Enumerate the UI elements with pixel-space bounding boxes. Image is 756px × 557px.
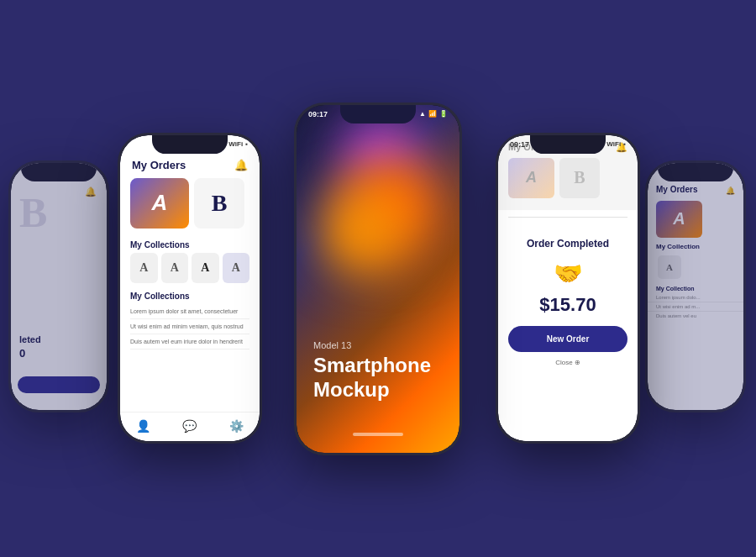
gray-card-b: B xyxy=(559,158,600,198)
far-left-btn xyxy=(18,376,100,393)
center-status-icons: ▲📶🔋 xyxy=(419,110,448,118)
small-card-4: A xyxy=(223,253,250,283)
divider xyxy=(508,217,627,218)
home-indicator-center xyxy=(353,433,403,436)
gray-card-a: A xyxy=(508,158,554,198)
far-right-lorem3: Duis autem vel eu xyxy=(648,312,743,320)
far-right-sm-1: A xyxy=(658,255,681,279)
collections-section: My Collections Lorem ipsum dolor sit ame… xyxy=(120,288,260,353)
order-completed-title: Order Completed xyxy=(508,238,627,250)
lorem-2: Ut wisi enim ad minim veniam, quis nostr… xyxy=(130,319,249,334)
small-cards: A A A A xyxy=(120,253,260,283)
center-title-line1: Smartphone xyxy=(313,354,431,378)
notch-right1 xyxy=(530,135,606,154)
watermark-b: B xyxy=(19,188,47,237)
center-time: 09:17 xyxy=(308,110,328,118)
orb-yellow xyxy=(322,189,406,273)
notch-left1 xyxy=(152,135,228,154)
lorem-1: Lorem ipsum dolor sit amet, consectetuer xyxy=(130,304,249,319)
far-right-phone: 🔔 My Orders A My Collection A My Collect… xyxy=(645,160,746,412)
bell-icon-farleft: 🔔 xyxy=(85,187,97,197)
bell-icon-farright: 🔔 xyxy=(726,187,735,195)
notch-right2 xyxy=(658,163,733,181)
center-subtitle: Model 13 xyxy=(313,340,431,350)
close-btn[interactable]: Close ⊕ xyxy=(508,359,627,366)
far-right-collections-label2: My Collection xyxy=(648,284,743,293)
notch-center xyxy=(340,105,416,123)
order-gray-cards: A B xyxy=(508,158,627,198)
center-content: Model 13 Smartphone Mockup xyxy=(313,340,431,402)
chat-icon[interactable]: 💬 xyxy=(182,419,197,433)
small-card-2: A xyxy=(161,253,189,283)
product-cards: A B xyxy=(120,178,260,229)
phones-container: 🔔 B leted 0 ▲WiFi▪ xyxy=(0,0,756,557)
partial-text: leted xyxy=(19,334,41,344)
card-b: B xyxy=(194,178,244,229)
far-right-small-cards: A xyxy=(648,252,743,282)
far-right-lorem1: Lorem ipsum dolo... xyxy=(648,293,743,302)
right1-time: 09:17 xyxy=(510,140,529,149)
bottom-nav-left1: 👤 💬 ⚙️ xyxy=(120,412,260,441)
partial-number: 0 xyxy=(19,347,25,360)
card-a: A xyxy=(130,178,189,229)
collections-label: My Collections xyxy=(120,237,260,253)
far-left-phone: 🔔 B leted 0 xyxy=(8,160,109,412)
person-icon[interactable]: 👤 xyxy=(136,419,150,433)
right-phone-order: 09:17 ▲WiFi▪ My Orders 🔔 A B xyxy=(496,133,640,444)
far-right-lorem2: Ut wisi enim ad m... xyxy=(648,302,743,312)
far-right-card-a: A xyxy=(656,201,702,238)
far-right-collections-label: My Collection xyxy=(648,241,743,252)
order-content: Order Completed 🤝 $15.70 New Order Close… xyxy=(498,224,638,380)
new-order-button[interactable]: New Order xyxy=(508,326,627,352)
price: $15.70 xyxy=(508,294,627,316)
bell-icon-left1: 🔔 xyxy=(234,159,248,171)
left-phone-my-orders: ▲WiFi▪ My Orders 🔔 A B My Collections A xyxy=(118,133,262,444)
small-card-3: A xyxy=(192,253,219,283)
gear-icon[interactable]: ⚙️ xyxy=(229,419,244,433)
center-title-line2: Mockup xyxy=(313,378,431,402)
my-orders-title: My Orders xyxy=(132,159,186,171)
center-phone: 09:17 ▲📶🔋 Model 13 Smartphone Mockup xyxy=(294,102,462,455)
small-card-1: A xyxy=(130,253,158,283)
handshake-icon: 🤝 xyxy=(508,260,627,287)
lorem-3: Duis autem vel eum iriure dolor in hendr… xyxy=(130,334,249,349)
center-screen: 09:17 ▲📶🔋 Model 13 Smartphone Mockup xyxy=(297,105,459,453)
notch xyxy=(21,163,97,181)
collections-title2: My Collections xyxy=(130,292,249,301)
